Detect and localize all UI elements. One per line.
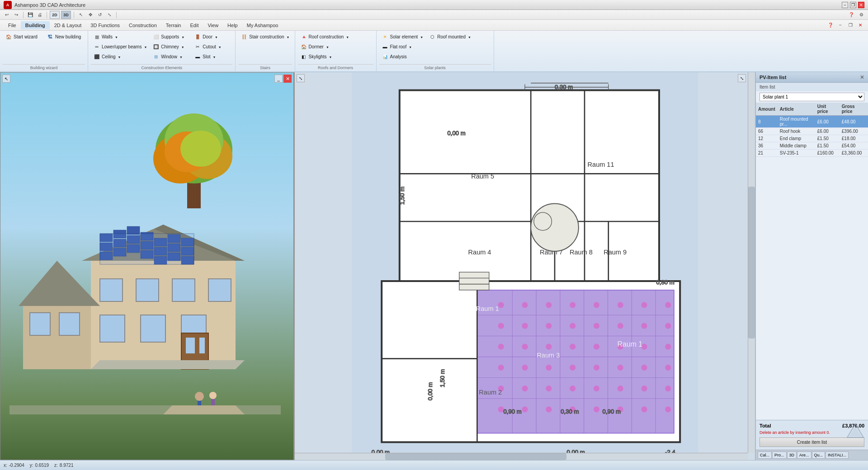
2d-plan-view[interactable]: ⤡ bbox=[294, 72, 755, 460]
svg-rect-37 bbox=[208, 279, 231, 301]
mode-2d-button[interactable]: 2D bbox=[50, 11, 60, 19]
solar-element-button[interactable]: ☀ Solar element bbox=[379, 32, 426, 41]
menu-min[interactable]: − bbox=[836, 21, 844, 29]
walls-dropdown-arrow bbox=[114, 34, 118, 39]
svg-point-98 bbox=[546, 385, 552, 391]
svg-point-101 bbox=[618, 385, 623, 391]
pv-tab-install[interactable]: INSTALI... bbox=[826, 451, 849, 459]
chimney-button[interactable]: 🔲 Chimney bbox=[150, 42, 191, 51]
slot-button[interactable]: ▬ Slot bbox=[192, 52, 232, 61]
ceiling-button[interactable]: ⬛ Ceiling bbox=[91, 52, 149, 61]
2d-horizontal-scrollbar[interactable] bbox=[295, 453, 748, 460]
svg-text:Raum 9: Raum 9 bbox=[604, 249, 627, 256]
roof-mounted-button[interactable]: ⬡ Roof mounted bbox=[426, 32, 473, 41]
roof-construction-button[interactable]: 🔺 Roof construction bbox=[298, 32, 352, 41]
mode-3d-button[interactable]: 3D bbox=[61, 11, 71, 19]
menu-right: ❓ − ❐ ✕ bbox=[826, 21, 864, 29]
start-wizard-button[interactable]: 🏠 Start wizard bbox=[3, 32, 43, 41]
pv-table-row[interactable]: 36 Middle clamp £1.50 £54.00 bbox=[756, 142, 868, 150]
menu-help-icon[interactable]: ❓ bbox=[826, 21, 835, 29]
pv-tab-are[interactable]: Are... bbox=[797, 451, 811, 459]
svg-text:Raum 1: Raum 1 bbox=[618, 340, 643, 348]
redo-button[interactable]: ↪ bbox=[12, 11, 20, 19]
window-button[interactable]: ⊞ Window bbox=[150, 52, 191, 61]
menu-file[interactable]: File bbox=[4, 21, 21, 29]
new-building-button[interactable]: 🏗 New building bbox=[44, 32, 85, 41]
supports-label: Supports bbox=[161, 34, 179, 39]
solar-plant-dropdown[interactable]: Solar plant 1 bbox=[760, 93, 864, 101]
menu-2d-layout[interactable]: 2D & Layout bbox=[50, 21, 86, 29]
pv-table-row[interactable]: 12 End clamp £1.50 £18.00 bbox=[756, 135, 868, 142]
stair-construction-button[interactable]: 🪜 Stair construction bbox=[238, 32, 292, 41]
svg-point-79 bbox=[665, 323, 671, 329]
analysis-button[interactable]: 📊 Analysis bbox=[379, 52, 426, 61]
cutout-button[interactable]: ✂ Cutout bbox=[192, 42, 232, 51]
3d-view[interactable]: ↖ _ ✕ bbox=[0, 72, 294, 460]
ribbon-group-stairs: 🪜 Stair construction Stairs bbox=[236, 31, 295, 71]
minimize-3d-button[interactable]: _ bbox=[274, 75, 283, 83]
scroll-thumb-v[interactable] bbox=[748, 187, 755, 339]
pv-close-button[interactable]: ✕ bbox=[860, 74, 864, 80]
menu-help[interactable]: Help bbox=[223, 21, 242, 29]
ribbon-group-construction: ▦ Walls ═ Lower/upper beams ⬛ Ceiling ⬜ bbox=[88, 31, 236, 71]
skylights-button[interactable]: ◧ Skylights bbox=[298, 52, 352, 61]
pv-table-row[interactable]: 21 SV-235-1 £160.00 £3,360.00 bbox=[756, 150, 868, 157]
close-window-button[interactable]: ✕ bbox=[858, 2, 864, 8]
svg-text:0,90 m: 0,90 m bbox=[603, 408, 621, 415]
menu-view[interactable]: View bbox=[203, 21, 223, 29]
move-button[interactable]: ✥ bbox=[86, 11, 94, 19]
flat-roof-icon: ▬ bbox=[382, 43, 389, 50]
rotate-button[interactable]: ↺ bbox=[96, 11, 104, 19]
svg-point-91 bbox=[570, 365, 576, 371]
2d-vertical-scrollbar[interactable] bbox=[748, 72, 755, 453]
door-button[interactable]: 🚪 Door bbox=[192, 32, 232, 41]
svg-marker-46 bbox=[91, 360, 245, 369]
close-3d-button[interactable]: ✕ bbox=[283, 75, 292, 83]
solar-buttons: ☀ Solar element ▬ Flat roof 📊 Analysis ⬡ bbox=[379, 32, 491, 64]
quick-access-toolbar: ↩ ↪ 💾 🖨 2D 3D ↖ ✥ ↺ ⤡ ❓ ⚙ bbox=[0, 10, 868, 20]
scale-button[interactable]: ⤡ bbox=[105, 11, 113, 19]
supports-button[interactable]: ⬜ Supports bbox=[150, 32, 191, 41]
pv-tab-pro[interactable]: Pro... bbox=[772, 451, 787, 459]
z-label: z: bbox=[54, 463, 58, 468]
dormer-icon: 🏠 bbox=[300, 43, 307, 50]
menu-terrain[interactable]: Terrain bbox=[161, 21, 186, 29]
pv-cell-article: Roof hook bbox=[778, 128, 815, 135]
svg-point-152 bbox=[531, 203, 579, 251]
new-building-label: New building bbox=[55, 34, 81, 39]
select-button[interactable]: ↖ bbox=[77, 11, 85, 19]
pv-tab-3d[interactable]: 3D bbox=[787, 451, 797, 459]
expand-2d-button[interactable]: ⤡ bbox=[297, 74, 305, 82]
menu-construction[interactable]: Construction bbox=[124, 21, 161, 29]
svg-rect-45 bbox=[199, 338, 205, 353]
pv-tab-cal[interactable]: Cal... bbox=[758, 451, 772, 459]
save-button[interactable]: 💾 bbox=[26, 11, 34, 19]
workspace: ↖ _ ✕ ⤡ bbox=[0, 72, 868, 460]
print-button[interactable]: 🖨 bbox=[36, 11, 44, 19]
window-label: Window bbox=[161, 54, 177, 59]
help-icon-button[interactable]: ❓ bbox=[847, 11, 855, 19]
menu-edit[interactable]: Edit bbox=[185, 21, 203, 29]
pv-table-row[interactable]: 66 Roof hook £6.00 £396.00 bbox=[756, 128, 868, 135]
svg-text:Raum 11: Raum 11 bbox=[588, 161, 614, 168]
menu-3d-functions[interactable]: 3D Functions bbox=[86, 21, 124, 29]
flat-roof-button[interactable]: ▬ Flat roof bbox=[379, 42, 426, 51]
walls-button[interactable]: ▦ Walls bbox=[91, 32, 149, 41]
minimize-button[interactable]: − bbox=[842, 2, 848, 8]
pv-cell-amount: 21 bbox=[756, 150, 778, 157]
scroll-thumb-h[interactable] bbox=[385, 453, 566, 460]
3d-toolbar-btn-1[interactable]: ↖ bbox=[2, 75, 10, 83]
pv-table-row[interactable]: 8 Roof mounted pr... £6.00 £48.00 bbox=[756, 116, 868, 128]
svg-point-103 bbox=[665, 385, 671, 391]
dormer-button[interactable]: 🏠 Dormer bbox=[298, 42, 352, 51]
undo-button[interactable]: ↩ bbox=[3, 11, 11, 19]
2d-expand-button[interactable]: ⤡ bbox=[738, 74, 746, 82]
restore-button[interactable]: ❐ bbox=[850, 2, 856, 8]
menu-building[interactable]: Building bbox=[21, 21, 50, 29]
menu-close[interactable]: ✕ bbox=[856, 21, 864, 29]
menu-max[interactable]: ❐ bbox=[846, 21, 854, 29]
lower-upper-beams-button[interactable]: ═ Lower/upper beams bbox=[91, 42, 149, 51]
menu-myashampoo[interactable]: My Ashampoo bbox=[242, 21, 283, 29]
settings-button[interactable]: ⚙ bbox=[857, 11, 865, 19]
pv-tab-qu[interactable]: Qu... bbox=[812, 451, 826, 459]
